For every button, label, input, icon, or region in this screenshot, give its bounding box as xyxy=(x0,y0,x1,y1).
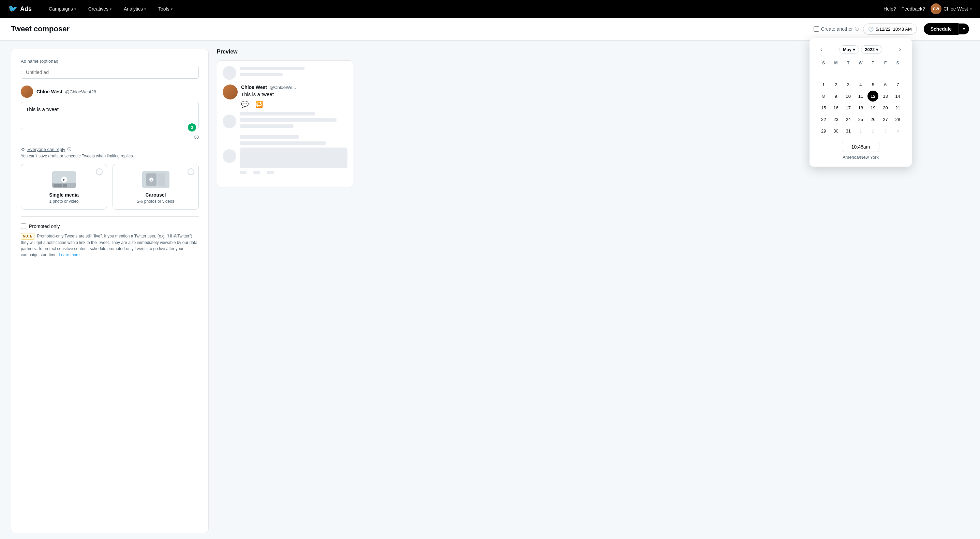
skeleton-row xyxy=(223,135,347,177)
carousel-card[interactable]: ▶ Carousel 2-6 photos or videos xyxy=(113,164,199,209)
note-badge: NOTE xyxy=(21,233,35,239)
comment-icon[interactable]: 💬 xyxy=(241,100,248,108)
calendar-day-jun4[interactable]: 4 xyxy=(892,125,903,136)
calendar-year-select[interactable]: 2022 ▾ xyxy=(861,45,882,54)
calendar-day-2[interactable]: 2 xyxy=(830,79,841,90)
calendar-day-13[interactable]: 13 xyxy=(880,90,891,101)
learn-more-link[interactable]: Learn more xyxy=(59,252,80,257)
reply-info-icon: ⓘ xyxy=(67,146,71,152)
skeleton-avatar xyxy=(223,66,236,80)
reply-setting-link[interactable]: Everyone can reply xyxy=(27,147,65,152)
calendar-day-26[interactable]: 26 xyxy=(867,114,878,125)
promoted-only-checkbox[interactable] xyxy=(21,224,26,229)
calendar-day-11[interactable]: 11 xyxy=(855,90,866,101)
calendar-day-1[interactable]: 1 xyxy=(818,79,829,90)
calendar-day-17[interactable]: 17 xyxy=(843,102,854,113)
calendar-day[interactable] xyxy=(855,67,866,78)
calendar-day-jun2[interactable]: 2 xyxy=(867,125,878,136)
calendar-day-5[interactable]: 5 xyxy=(867,79,878,90)
calendar-day-21[interactable]: 21 xyxy=(892,102,903,113)
page-title: Tweet composer xyxy=(11,25,70,33)
nav-tools[interactable]: Tools ▾ xyxy=(152,0,179,18)
calendar-day-3[interactable]: 3 xyxy=(843,79,854,90)
calendar-day-jun3[interactable]: 3 xyxy=(880,125,891,136)
retweet-icon[interactable]: 🔁 xyxy=(255,100,263,108)
calendar-day[interactable] xyxy=(818,67,829,78)
calendar-day-6[interactable]: 6 xyxy=(880,79,891,90)
nav-creatives[interactable]: Creatives ▾ xyxy=(82,0,118,18)
carousel-title: Carousel xyxy=(146,192,166,198)
calendar-dow-f: F xyxy=(880,59,891,67)
calendar-day-29[interactable]: 29 xyxy=(818,125,829,136)
schedule-button[interactable]: Schedule xyxy=(924,23,959,35)
divider xyxy=(21,216,199,217)
author-avatar xyxy=(21,86,33,98)
calendar-day-24[interactable]: 24 xyxy=(843,114,854,125)
nav-right: Help? Feedback? CW Chloe West ▾ xyxy=(883,3,972,14)
create-another-checkbox[interactable] xyxy=(814,26,819,32)
calendar-day[interactable] xyxy=(880,67,891,78)
tweet-textarea-wrap: This is a tweet G · xyxy=(21,102,199,134)
nav-campaigns[interactable]: Campaigns ▾ xyxy=(43,0,82,18)
twitter-bird-icon: 🐦 xyxy=(8,5,18,13)
calendar-day-23[interactable]: 23 xyxy=(830,114,841,125)
preview-tweet-text: This is a tweet xyxy=(241,91,296,97)
chevron-down-icon: ▾ xyxy=(853,47,855,52)
author-name: Chloe West xyxy=(37,89,62,94)
schedule-button-group: Schedule ▾ xyxy=(924,23,969,35)
calendar-day-4[interactable]: 4 xyxy=(855,79,866,90)
preview-card: Chloe West @ChloeWe... This is a tweet 💬… xyxy=(217,60,353,187)
calendar-day-7[interactable]: 7 xyxy=(892,79,903,90)
calendar-day-31[interactable]: 31 xyxy=(843,125,854,136)
calendar-dow-w: W xyxy=(855,59,867,67)
calendar-day-25[interactable]: 25 xyxy=(855,114,866,125)
calendar-day-20[interactable]: 20 xyxy=(880,102,891,113)
single-media-card[interactable]: ▶ Single media 1 photo or video xyxy=(21,164,107,209)
promoted-only-row: Promoted only xyxy=(21,224,199,229)
chevron-down-icon: ▾ xyxy=(876,47,878,52)
nav-links: Campaigns ▾ Creatives ▾ Analytics ▾ Tool… xyxy=(43,0,883,18)
schedule-dropdown-button[interactable]: ▾ xyxy=(959,24,969,35)
calendar-day-12[interactable]: 12 xyxy=(867,90,878,101)
schedule-time-button[interactable]: 🕐 5/12/22, 10:48 AM xyxy=(863,24,917,35)
user-name: Chloe West xyxy=(943,6,968,11)
calendar-day-15[interactable]: 15 xyxy=(818,102,829,113)
clock-icon: 🕐 xyxy=(868,27,873,32)
calendar-day-jun1[interactable]: 1 xyxy=(855,125,866,136)
play-icon: ▶ xyxy=(150,178,153,182)
calendar-day-30[interactable]: 30 xyxy=(830,125,841,136)
calendar-time-input[interactable] xyxy=(842,142,880,152)
calendar-day-27[interactable]: 27 xyxy=(880,114,891,125)
calendar-day-22[interactable]: 22 xyxy=(818,114,829,125)
ad-name-input[interactable] xyxy=(21,66,199,79)
skeleton-lines xyxy=(240,135,347,177)
calendar-day-16[interactable]: 16 xyxy=(830,102,841,113)
calendar-day[interactable] xyxy=(892,67,903,78)
help-link[interactable]: Help? xyxy=(883,6,896,11)
calendar-day-8[interactable]: 8 xyxy=(818,90,829,101)
carousel-radio[interactable] xyxy=(188,168,194,175)
calendar-day[interactable] xyxy=(830,67,841,78)
calendar-month-select[interactable]: May ▾ xyxy=(839,45,859,54)
user-menu[interactable]: CW Chloe West ▾ xyxy=(931,3,972,14)
single-media-radio[interactable] xyxy=(96,168,103,175)
calendar-day-14[interactable]: 14 xyxy=(892,90,903,101)
skeleton-actions xyxy=(240,171,347,177)
calendar-prev-button[interactable]: ‹ xyxy=(818,45,825,54)
calendar-day-18[interactable]: 18 xyxy=(855,102,866,113)
nav-analytics[interactable]: Analytics ▾ xyxy=(118,0,152,18)
calendar-dow-m: M xyxy=(830,59,842,67)
calendar-day[interactable] xyxy=(843,67,854,78)
media-cards-section: ▶ Single media 1 photo or video ▶ xyxy=(21,164,199,209)
calendar-day-28[interactable]: 28 xyxy=(892,114,903,125)
feedback-link[interactable]: Feedback? xyxy=(902,6,925,11)
ad-name-label: Ad name (optional) xyxy=(21,59,199,64)
film-segment xyxy=(63,184,67,187)
brand-logo[interactable]: 🐦 Ads xyxy=(8,5,32,13)
calendar-day[interactable] xyxy=(867,67,878,78)
calendar-day-19[interactable]: 19 xyxy=(867,102,878,113)
calendar-day-9[interactable]: 9 xyxy=(830,90,841,101)
calendar-day-10[interactable]: 10 xyxy=(843,90,854,101)
calendar-next-button[interactable]: › xyxy=(896,45,904,54)
tweet-textarea[interactable]: This is a tweet xyxy=(21,102,199,129)
